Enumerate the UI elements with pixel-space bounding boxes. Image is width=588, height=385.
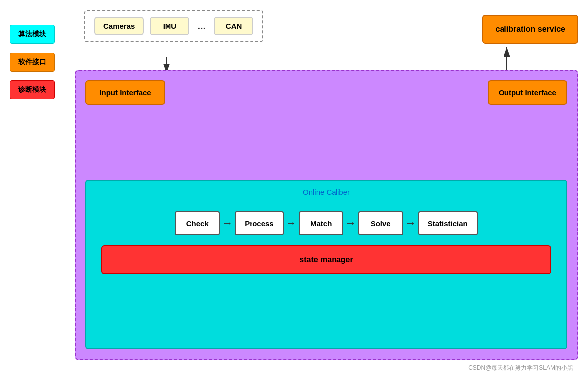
process-step: Process — [235, 211, 283, 235]
online-caliber-box: Online Caliber Check → Process → Match → — [85, 180, 567, 349]
legend-diag-module: 诊断模块 — [10, 80, 55, 99]
outer-purple-box: Input Interface Output Interface Online … — [75, 70, 578, 360]
arrow-solve-statistician: → — [403, 217, 418, 230]
legend-sidebar: 算法模块 软件接口 诊断模块 — [10, 10, 65, 375]
main-container: 算法模块 软件接口 诊断模块 Cameras IMU ... C — [0, 0, 588, 385]
state-manager-box: state manager — [101, 245, 551, 274]
sensor-dots: ... — [195, 20, 208, 32]
online-caliber-label: Online Caliber — [96, 186, 556, 196]
calibration-service-box: calibration service — [482, 15, 578, 44]
steps-row: Check → Process → Match → Solve → — [96, 211, 556, 235]
imu-box: IMU — [150, 17, 189, 35]
diagram-area: Cameras IMU ... CAN calibration service — [75, 10, 578, 375]
legend-soft-interface: 软件接口 — [10, 53, 55, 72]
statistician-step: Statistician — [418, 211, 478, 235]
output-interface-box: Output Interface — [488, 80, 567, 105]
sensor-group-box: Cameras IMU ... CAN — [84, 10, 263, 42]
sensor-group-row: Cameras IMU ... CAN — [84, 10, 263, 42]
can-box: CAN — [214, 17, 253, 35]
solve-step: Solve — [358, 211, 403, 235]
cameras-box: Cameras — [94, 17, 144, 35]
input-interface-box: Input Interface — [85, 80, 165, 105]
legend-algo-module: 算法模块 — [10, 25, 55, 44]
check-step: Check — [175, 211, 220, 235]
arrow-check-process: → — [220, 217, 235, 230]
watermark: CSDN@每天都在努力学习SLAM的小黑 — [468, 364, 573, 372]
arrow-match-solve: → — [343, 217, 358, 230]
arrow-process-match: → — [284, 217, 299, 230]
match-step: Match — [299, 211, 343, 235]
